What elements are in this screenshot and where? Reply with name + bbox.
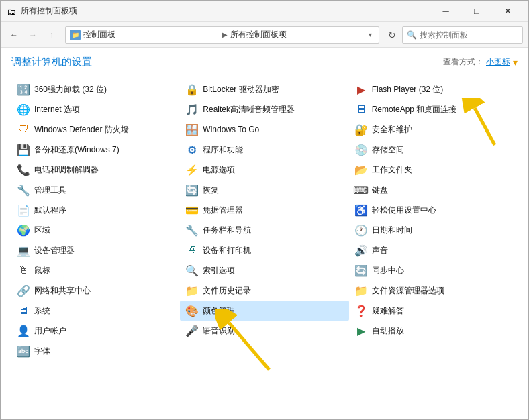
item-label: 设备和打印机 — [203, 245, 251, 256]
item-icon: 🔍 — [185, 264, 199, 277]
list-item[interactable]: 🌐 Internet 选项 — [11, 99, 180, 119]
list-item[interactable]: 👤 用户帐户 — [11, 321, 180, 341]
list-item[interactable]: 🔐 安全和维护 — [349, 119, 518, 140]
item-label: 字体 — [34, 346, 50, 357]
close-button[interactable]: ✕ — [492, 1, 523, 22]
list-item[interactable]: 📁 文件资源管理器选项 — [349, 280, 518, 301]
list-item[interactable]: 💾 备份和还原(Windows 7) — [11, 140, 180, 160]
search-input[interactable] — [420, 30, 518, 40]
list-item[interactable]: 💿 存储空间 — [349, 140, 518, 160]
list-item[interactable]: 🌍 区域 — [11, 220, 180, 240]
view-selector[interactable]: 查看方式： 小图标 ▾ — [443, 56, 518, 68]
item-label: Internet 选项 — [34, 104, 80, 115]
list-item[interactable] — [180, 341, 348, 361]
view-label: 查看方式： — [443, 56, 483, 68]
window-icon: 🗂 — [6, 6, 17, 17]
window-controls: ─ □ ✕ — [430, 1, 523, 22]
nav-bar: ← → ↑ 📁 控制面板 ▶ 所有控制面板项 ▾ ↻ 🔍 — [1, 22, 528, 48]
list-item[interactable]: 🖱 鼠标 — [11, 260, 180, 280]
list-item[interactable]: 🔤 字体 — [11, 341, 180, 361]
list-item[interactable]: 🖥 系统 — [11, 301, 180, 321]
list-item[interactable]: 🎤 语音识别 — [180, 321, 348, 341]
item-label: 存储空间 — [372, 144, 404, 156]
list-item[interactable]: 🕐 日期和时间 — [349, 220, 518, 240]
item-label: 颜色管理 — [203, 305, 235, 317]
list-item[interactable]: 🔒 BitLocker 驱动器加密 — [180, 79, 348, 99]
list-item[interactable]: ⚙ 程序和功能 — [180, 140, 348, 160]
list-item[interactable]: 📄 默认程序 — [11, 200, 180, 220]
content-area: 调整计算机的设置 查看方式： 小图标 ▾ 🔢 360强力卸载 (32 位) 🔒 … — [1, 48, 528, 419]
list-item[interactable]: 🖥 RemoteApp 和桌面连接 — [349, 99, 518, 119]
item-icon: 🔒 — [185, 83, 199, 96]
list-item[interactable]: 💳 凭据管理器 — [180, 200, 348, 220]
up-button[interactable]: ↑ — [44, 27, 60, 43]
minimize-button[interactable]: ─ — [430, 1, 461, 22]
item-icon: ▶ — [354, 324, 368, 337]
list-item[interactable]: 🖨 设备和打印机 — [180, 240, 348, 260]
address-icon: 📁 — [70, 30, 81, 40]
list-item[interactable]: 🎵 Realtek高清晰音频管理器 — [180, 99, 348, 119]
item-label: 管理工具 — [34, 185, 66, 196]
list-item[interactable]: 💻 设备管理器 — [11, 240, 180, 260]
item-label: RemoteApp 和桌面连接 — [372, 104, 457, 115]
list-item[interactable]: 🔄 恢复 — [180, 180, 348, 200]
search-bar[interactable]: 🔍 — [402, 26, 523, 44]
item-label: 文件资源管理器选项 — [372, 285, 444, 297]
list-item[interactable]: ♿ 轻松使用设置中心 — [349, 200, 518, 220]
list-item[interactable]: 📂 工作文件夹 — [349, 160, 518, 180]
content-header: 调整计算机的设置 查看方式： 小图标 ▾ — [11, 56, 518, 68]
list-item[interactable]: 🔗 网络和共享中心 — [11, 280, 180, 301]
item-label: 文件历史记录 — [203, 285, 251, 297]
item-label: 用户帐户 — [34, 325, 66, 337]
list-item[interactable]: 🪟 Windows To Go — [180, 119, 348, 140]
item-label: 备份和还原(Windows 7) — [34, 144, 119, 156]
item-label: 系统 — [34, 305, 50, 317]
item-icon: 📂 — [354, 163, 368, 176]
list-item[interactable]: 🔄 同步中心 — [349, 260, 518, 280]
item-label: 网络和共享中心 — [34, 285, 91, 297]
item-icon: 🔢 — [17, 83, 30, 96]
item-label: 自动播放 — [372, 325, 404, 337]
forward-button[interactable]: → — [25, 27, 41, 43]
list-item[interactable]: 📁 文件历史记录 — [180, 280, 348, 301]
item-icon: 🛡 — [17, 123, 30, 136]
item-label: 日期和时间 — [372, 225, 412, 236]
back-button[interactable]: ← — [6, 27, 22, 43]
list-item[interactable]: 📞 电话和调制解调器 — [11, 160, 180, 180]
list-item[interactable]: 🔧 管理工具 — [11, 180, 180, 200]
list-item[interactable]: 🔍 索引选项 — [180, 260, 348, 280]
item-icon: 🪟 — [185, 123, 199, 136]
address-separator: ▶ — [222, 31, 228, 38]
item-label: 默认程序 — [34, 205, 66, 216]
item-icon: 🎨 — [185, 304, 199, 317]
item-icon: 🔐 — [354, 123, 368, 136]
list-item[interactable]: 🎨 颜色管理 — [180, 301, 348, 321]
address-dropdown[interactable]: ▾ — [369, 31, 372, 38]
items-grid: 🔢 360强力卸载 (32 位) 🔒 BitLocker 驱动器加密 ▶ Fla… — [11, 79, 518, 361]
list-item[interactable]: ▶ Flash Player (32 位) — [349, 79, 518, 99]
item-icon: 💻 — [17, 244, 30, 257]
list-item[interactable]: 🛡 Windows Defender 防火墙 — [11, 119, 180, 140]
item-label: 索引选项 — [203, 265, 235, 276]
address-part-1: 控制面板 — [83, 29, 220, 40]
item-icon: 🎤 — [185, 324, 199, 337]
list-item[interactable]: ⚡ 电源选项 — [180, 160, 348, 180]
maximize-button[interactable]: □ — [461, 1, 492, 22]
item-icon: 🎵 — [185, 103, 199, 116]
item-icon: 🖱 — [17, 264, 30, 277]
item-icon: 🖨 — [185, 244, 199, 257]
item-icon: 💾 — [17, 143, 30, 156]
list-item[interactable]: ❓ 疑难解答 — [349, 301, 518, 321]
list-item[interactable]: ⌨ 键盘 — [349, 180, 518, 200]
list-item[interactable]: 🔢 360强力卸载 (32 位) — [11, 79, 180, 99]
list-item[interactable] — [349, 341, 518, 361]
address-bar[interactable]: 📁 控制面板 ▶ 所有控制面板项 ▾ — [65, 26, 379, 44]
item-icon: 🔗 — [17, 284, 30, 297]
list-item[interactable]: 🔊 声音 — [349, 240, 518, 260]
item-icon: 🔄 — [354, 264, 368, 277]
item-icon: 🔤 — [17, 344, 30, 358]
list-item[interactable]: ▶ 自动播放 — [349, 321, 518, 341]
refresh-button[interactable]: ↻ — [385, 28, 399, 42]
view-value[interactable]: 小图标 — [486, 56, 510, 68]
list-item[interactable]: 🔧 任务栏和导航 — [180, 220, 348, 240]
